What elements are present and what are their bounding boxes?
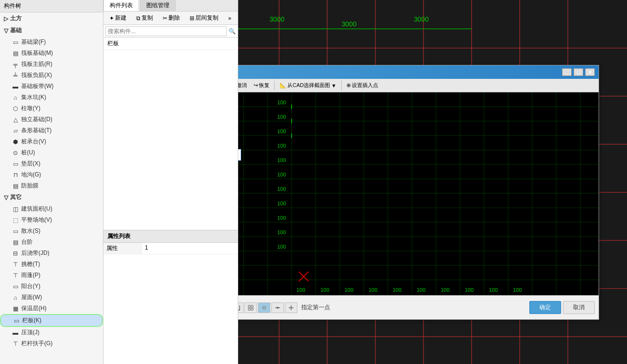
strip-icon: ▬ (12, 83, 19, 90)
coord-hint: 指定第一点 (301, 303, 525, 312)
sidebar-item-handrail[interactable]: ⊤ 栏杆扶手(G) (0, 338, 103, 349)
sidebar-item-raft-rebar[interactable]: ╤ 筏板主筋(R) (0, 59, 103, 70)
snap-line-btn[interactable] (271, 302, 284, 313)
sidebar-item-cushion[interactable]: ▭ 垫层(X) (0, 158, 103, 169)
sidebar-category-tuifang[interactable]: ▷ 土方 (0, 13, 103, 25)
copy-icon: ⧉ (136, 15, 141, 22)
set-insert-button[interactable]: ⊕ 设置插入点 (344, 81, 381, 90)
svg-text:100: 100 (277, 157, 286, 163)
neg-rebar-icon: ╧ (12, 72, 19, 79)
sidebar-item-eave[interactable]: ⊤ 挑檐(T) (0, 259, 103, 270)
from-cad-button[interactable]: 📐 从CAD选择截面图 ▼ (277, 81, 339, 90)
sidebar-item-railing[interactable]: ▭ 栏板(K) (0, 314, 103, 327)
svg-text:100: 100 (320, 287, 329, 293)
sidebar-item-post-pour[interactable]: ⊟ 后浇带(JD) (0, 248, 103, 259)
grid-snap-icon (247, 304, 254, 311)
tab-drawing-manager[interactable]: 图纸管理 (140, 0, 176, 11)
divider4 (274, 81, 275, 90)
sidebar-item-foundation[interactable]: △ 独立基础(D) (0, 114, 103, 125)
sidebar-item-pile[interactable]: ⊙ 桩(U) (0, 147, 103, 158)
sidebar-item-balcony[interactable]: ▭ 阳台(Y) (0, 281, 103, 292)
copy-button[interactable]: ⧉ 复制 (132, 13, 157, 23)
sidebar-item-roof[interactable]: ⌂ 屋面(W) (0, 292, 103, 303)
sidebar-category-other[interactable]: ▽ 其它 (0, 191, 103, 203)
raft-icon: ▤ (12, 50, 19, 57)
sidebar-item-pit[interactable]: ⌂ 集水坑(K) (0, 92, 103, 103)
component-item-railing[interactable]: 栏板 (103, 38, 238, 50)
svg-text:100: 100 (489, 287, 498, 293)
capping-icon: ▬ (12, 329, 19, 337)
cad-dropdown-icon: ▼ (331, 83, 336, 88)
svg-text:3000: 3000 (414, 15, 429, 23)
sidebar-item-capping[interactable]: ▬ 压顶(J) (0, 327, 103, 338)
insert-icon: ⊕ (346, 82, 351, 88)
tab-component-list[interactable]: 构件列表 (103, 0, 139, 11)
area-icon: ◫ (12, 205, 19, 213)
sidebar-item-raft-neg[interactable]: ╧ 筏板负筋(X) (0, 70, 103, 81)
snap-grid-btn[interactable] (244, 302, 257, 313)
sidebar-item-trench[interactable]: ⊓ 地沟(G) (0, 169, 103, 180)
restore-button[interactable]: □ (574, 68, 583, 76)
svg-text:100: 100 (277, 172, 286, 177)
category-label-other: 其它 (10, 193, 22, 201)
svg-text:100: 100 (277, 186, 286, 192)
delete-button[interactable]: ✂ 删除 (159, 13, 184, 23)
scatter-icon: ▭ (12, 227, 19, 235)
sidebar-item-membrane[interactable]: ▤ 防胎膜 (0, 180, 103, 191)
sidebar-title: 构件树 (4, 2, 21, 10)
sidebar-item-strip[interactable]: ▬ 基础板带(W) (0, 81, 103, 92)
svg-rect-91 (251, 308, 253, 310)
main-tabs: 构件列表 图纸管理 (103, 0, 238, 12)
sidebar-item-area[interactable]: ◫ 建筑面积(U) (0, 203, 103, 214)
svg-text:3000: 3000 (342, 20, 357, 28)
svg-point-94 (277, 307, 279, 309)
sidebar-item-column-base[interactable]: ⬡ 柱墩(Y) (0, 103, 103, 114)
svg-point-92 (263, 306, 266, 309)
svg-text:3000: 3000 (269, 15, 284, 23)
snap-point-btn[interactable] (258, 302, 270, 313)
dialog-action-buttons: 确定 取消 (529, 301, 595, 314)
redo-button[interactable]: ↪ 恢复 (251, 81, 272, 90)
sidebar-item-strip-foundation[interactable]: ▱ 条形基础(T) (0, 125, 103, 136)
floor-copy-button[interactable]: ⊞ 层间复制 (186, 13, 222, 23)
snap-buttons (231, 302, 297, 313)
beam-icon: ▭ (12, 38, 19, 46)
divider5 (341, 81, 342, 90)
ortho-snap-icon (288, 304, 294, 311)
pile-cap-icon: ⬢ (12, 138, 19, 146)
collapse-icon-jichu: ▽ (4, 27, 8, 34)
canopy-icon: ⊤ (12, 272, 19, 279)
new-button[interactable]: ✦ 新建 (105, 13, 130, 23)
minimize-button[interactable]: _ (562, 68, 572, 76)
close-button[interactable]: ✕ (585, 68, 595, 76)
confirm-button[interactable]: 确定 (529, 301, 561, 314)
svg-text:100: 100 (277, 229, 286, 235)
search-input[interactable] (105, 26, 227, 36)
sidebar-item-insulation[interactable]: ▦ 保温层(H) (0, 303, 103, 314)
sidebar-item-site[interactable]: ⬚ 平整场地(V) (0, 214, 103, 226)
sidebar-item-canopy[interactable]: ⊤ 雨蓬(P) (0, 270, 103, 281)
snap-ortho-btn[interactable] (285, 302, 297, 313)
post-pour-icon: ⊟ (12, 250, 19, 257)
sidebar-item-steps[interactable]: ▤ 台阶 (0, 237, 103, 248)
sidebar-header: 构件树 (0, 0, 103, 13)
svg-text:100: 100 (441, 287, 449, 293)
category-label-jichu: 基础 (10, 26, 22, 35)
svg-text:100: 100 (393, 287, 401, 293)
insulation-icon: ▦ (12, 305, 19, 313)
eave-icon: ⊤ (12, 261, 19, 268)
balcony-icon: ▭ (12, 283, 19, 290)
svg-rect-89 (251, 305, 253, 307)
sidebar-item-jichu-liang[interactable]: ▭ 基础梁(F) (0, 37, 103, 48)
search-icon[interactable]: 🔍 (229, 28, 236, 35)
component-toolbar: ✦ 新建 ⧉ 复制 ✂ 删除 ⊞ 层间复制 » (103, 12, 238, 25)
cushion-icon: ▭ (12, 160, 19, 168)
sidebar-item-scatter[interactable]: ▭ 散水(S) (0, 226, 103, 237)
sidebar-category-jichu[interactable]: ▽ 基础 (0, 25, 103, 37)
sidebar-item-raft-base[interactable]: ▤ 筏板基础(M) (0, 48, 103, 59)
cad-icon: 📐 (280, 82, 286, 88)
prop-value: 1 (142, 243, 238, 254)
more-button[interactable]: » (224, 14, 235, 23)
sidebar-item-pile-cap[interactable]: ⬢ 桩承台(V) (0, 136, 103, 147)
cancel-button[interactable]: 取消 (563, 301, 595, 314)
